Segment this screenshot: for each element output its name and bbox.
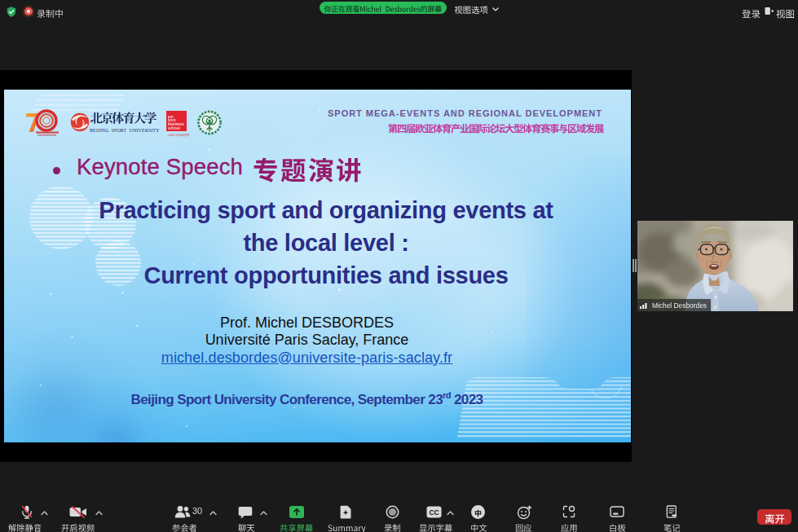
svg-text:CC: CC	[429, 508, 439, 517]
